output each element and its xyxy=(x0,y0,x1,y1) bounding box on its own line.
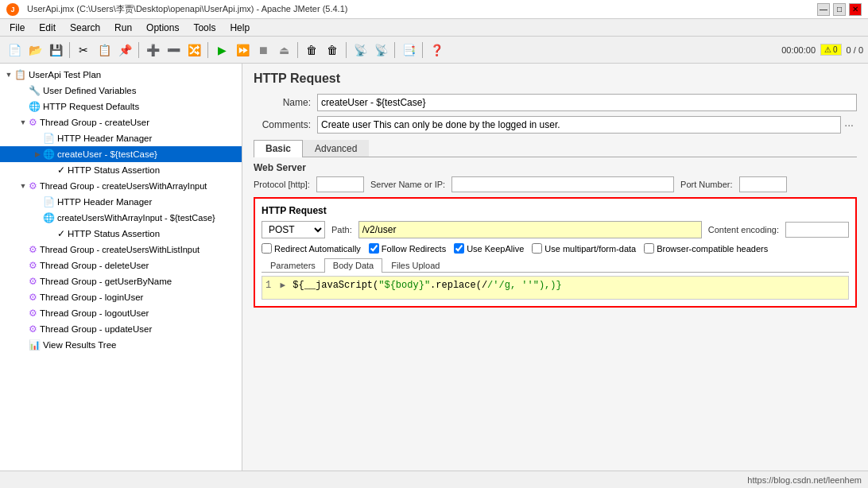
body-data-area: 1 ▶ ${__javaScript("${body}".replace(//'… xyxy=(262,276,849,300)
content-enc-label: Content encoding: xyxy=(708,225,779,234)
path-label: Path: xyxy=(331,225,352,234)
close-button[interactable]: ✕ xyxy=(849,3,862,16)
tree-item-create-user[interactable]: ▶ 🌐 createUser - ${testCase} xyxy=(0,146,242,162)
menu-options[interactable]: Options xyxy=(140,21,185,35)
comments-input[interactable] xyxy=(317,116,841,134)
http-req-title: HTTP Request xyxy=(262,205,849,216)
new-button[interactable]: 📄 xyxy=(5,41,24,60)
tree-item-view-results[interactable]: 📊 View Results Tree xyxy=(0,337,242,353)
tree-item-thread-createlist[interactable]: ⚙ Thread Group - createUsersWithListInpu… xyxy=(0,242,242,258)
minimize-button[interactable]: — xyxy=(817,3,830,16)
tree-item-test-plan[interactable]: ▼ 📋 UserApi Test Plan xyxy=(0,67,242,83)
follow-redirects-check[interactable]: Follow Redirects xyxy=(369,243,446,254)
open-button[interactable]: 📂 xyxy=(25,41,45,60)
toggle-thread-createarr[interactable]: ▼ xyxy=(17,180,29,192)
req-tab-files[interactable]: Files Upload xyxy=(382,258,448,272)
multipart-checkbox[interactable] xyxy=(532,243,542,254)
follow-redirects-checkbox[interactable] xyxy=(369,243,379,254)
redirect-auto-checkbox[interactable] xyxy=(262,243,272,254)
keepalive-checkbox[interactable] xyxy=(454,243,464,254)
comments-row: Comments: ··· xyxy=(254,116,857,134)
expand-button[interactable]: ➕ xyxy=(143,41,162,60)
tree-item-thread-getbyname[interactable]: ⚙ Thread Group - getUserByName xyxy=(0,273,242,289)
toggle-button[interactable]: 🔀 xyxy=(184,41,203,60)
tree-item-thread-create[interactable]: ▼ ⚙ Thread Group - createUser xyxy=(0,114,242,130)
toggle-test-plan[interactable]: ▼ xyxy=(3,69,14,80)
stop-button[interactable]: ⏹ xyxy=(254,41,273,60)
name-input[interactable] xyxy=(317,94,857,111)
tree-item-thread-logout[interactable]: ⚙ Thread Group - logoutUser xyxy=(0,305,242,321)
server-label: Server Name or IP: xyxy=(370,180,445,189)
tree-label-thread-create: Thread Group - createUser xyxy=(40,118,238,127)
tree-item-thread-login[interactable]: ⚙ Thread Group - loginUser xyxy=(0,289,242,305)
tree-item-http-defaults[interactable]: 🌐 HTTP Request Defaults xyxy=(0,99,242,114)
copy-button[interactable]: 📋 xyxy=(95,41,114,60)
menu-run[interactable]: Run xyxy=(108,21,138,35)
tree-item-http-header-mgr[interactable]: 📄 HTTP Header Manager xyxy=(0,130,242,146)
thread-getbyname-icon: ⚙ xyxy=(29,276,37,287)
protocol-input[interactable] xyxy=(316,176,364,192)
counter: 0 / 0 xyxy=(847,45,863,55)
tree-item-http-header-mgr2[interactable]: 📄 HTTP Header Manager xyxy=(0,194,242,210)
save-button[interactable]: 💾 xyxy=(46,41,65,60)
tree-item-thread-createarr[interactable]: ▼ ⚙ Thread Group - createUsersWithArrayI… xyxy=(0,178,242,194)
toolbar-separator-4 xyxy=(297,42,298,58)
collapse-button[interactable]: ➖ xyxy=(164,41,183,60)
shutdown-button[interactable]: ⏏ xyxy=(274,41,293,60)
tab-basic[interactable]: Basic xyxy=(254,140,303,157)
toolbar-right: 00:00:00 ⚠ 0 0 / 0 xyxy=(781,44,863,56)
path-input[interactable] xyxy=(358,221,702,238)
maximize-button[interactable]: □ xyxy=(833,3,846,16)
tab-advanced[interactable]: Advanced xyxy=(303,140,369,157)
title-bar-controls[interactable]: — □ ✕ xyxy=(817,3,862,16)
toggle-thread-delete xyxy=(17,260,29,271)
help-button[interactable]: ❓ xyxy=(427,41,446,60)
cut-button[interactable]: ✂ xyxy=(74,41,93,60)
redirect-auto-check[interactable]: Redirect Automatically xyxy=(262,243,361,254)
tree-item-thread-update[interactable]: ⚙ Thread Group - updateUser xyxy=(0,321,242,337)
tree-label-thread-update: Thread Group - updateUser xyxy=(40,324,238,334)
template-button[interactable]: 📑 xyxy=(399,41,418,60)
start-button[interactable]: ▶ xyxy=(212,41,231,60)
menu-search[interactable]: Search xyxy=(64,21,107,35)
thread-createlist-icon: ⚙ xyxy=(29,244,37,255)
content-enc-input[interactable] xyxy=(785,222,849,238)
keepalive-check[interactable]: Use KeepAlive xyxy=(454,243,524,254)
tree-item-http-status[interactable]: ✓ HTTP Status Assertion xyxy=(0,162,242,178)
testplan-icon: 📋 xyxy=(14,69,26,80)
port-input[interactable] xyxy=(739,176,787,192)
tree-item-user-vars[interactable]: 🔧 User Defined Variables xyxy=(0,83,242,99)
server-input[interactable] xyxy=(451,176,674,192)
browser-compat-checkbox[interactable] xyxy=(644,243,654,254)
tree-item-http-status2[interactable]: ✓ HTTP Status Assertion xyxy=(0,226,242,242)
create-user-icon: 🌐 xyxy=(43,149,55,160)
menu-bar: File Edit Search Run Options Tools Help xyxy=(0,19,868,37)
clear-all-button[interactable]: 🗑 xyxy=(323,41,342,60)
browser-compat-check[interactable]: Browser-compatible headers xyxy=(644,243,768,254)
req-tab-body[interactable]: Body Data xyxy=(324,258,382,273)
more-button[interactable]: ··· xyxy=(841,118,857,131)
remote-stop-button[interactable]: 📡 xyxy=(371,41,390,60)
user-vars-icon: 🔧 xyxy=(29,85,41,96)
web-server-title: Web Server xyxy=(254,162,857,173)
menu-help[interactable]: Help xyxy=(223,21,256,35)
req-tab-params[interactable]: Parameters xyxy=(262,258,324,272)
method-select[interactable]: POST GET PUT DELETE xyxy=(262,221,325,238)
tree-item-create-users-arr[interactable]: 🌐 createUsersWithArrayInput - ${testCase… xyxy=(0,210,242,226)
menu-file[interactable]: File xyxy=(3,21,31,35)
toggle-thread-create[interactable]: ▼ xyxy=(17,117,29,128)
toggle-create-user[interactable]: ▶ xyxy=(32,149,43,160)
thread-delete-icon: ⚙ xyxy=(29,260,37,271)
clear-button[interactable]: 🗑 xyxy=(302,41,321,60)
paste-button[interactable]: 📌 xyxy=(115,41,134,60)
start-no-pause-button[interactable]: ⏩ xyxy=(233,41,252,60)
multipart-check[interactable]: Use multipart/form-data xyxy=(532,243,636,254)
panel-title: HTTP Request xyxy=(254,72,857,86)
view-results-icon: 📊 xyxy=(29,339,41,351)
menu-edit[interactable]: Edit xyxy=(33,21,62,35)
main-layout: ▼ 📋 UserApi Test Plan 🔧 User Defined Var… xyxy=(0,64,868,471)
window-title: UserApi.jmx (C:\Users\李贾\Desktop\openapi… xyxy=(27,3,347,15)
remote-start-button[interactable]: 📡 xyxy=(351,41,370,60)
menu-tools[interactable]: Tools xyxy=(187,21,222,35)
tree-item-thread-delete[interactable]: ⚙ Thread Group - deleteUser xyxy=(0,258,242,273)
